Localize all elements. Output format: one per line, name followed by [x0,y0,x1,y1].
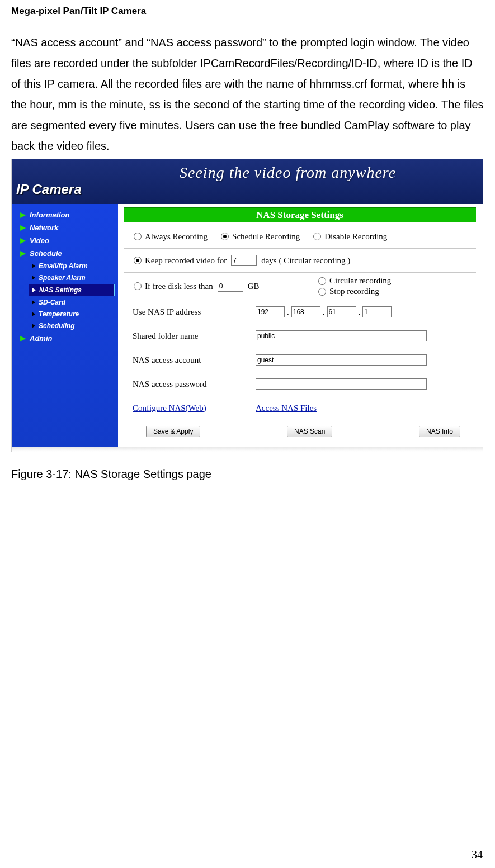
radio-always-recording[interactable]: Always Recording [133,232,208,241]
dot-separator: . [359,307,361,317]
ip-octet-3-input[interactable] [327,306,356,317]
folder-name-input[interactable] [256,330,427,341]
arrow-right-icon [20,335,26,342]
settings-title: NAS Storage Settings [124,207,476,222]
free-disk-input[interactable] [218,281,243,292]
radio-keep-days[interactable]: Keep recorded video for [133,256,227,265]
svg-marker-2 [20,238,26,244]
sidebar-item-network[interactable]: Network [12,221,118,234]
radio-icon [318,277,326,285]
arrow-right-icon [20,212,26,219]
sidebar-sub-speaker-alarm[interactable]: Speaker Alarm [29,272,115,283]
sidebar: Information Network Video Schedule Email… [12,204,118,447]
arrow-right-icon [20,225,26,231]
body-paragraph: “NAS access account” and “NAS access pas… [11,32,484,156]
label-password: NAS access password [133,380,256,389]
radio-icon [134,233,142,240]
sidebar-sub-scheduling[interactable]: Scheduling [29,320,115,331]
svg-marker-0 [20,212,26,218]
caret-right-icon [32,276,35,280]
row-access-password: NAS access password [124,372,476,396]
page-number: 34 [472,848,483,861]
save-apply-button[interactable]: Save & Apply [146,426,200,437]
freedisk-pre: If free disk less than [145,282,213,291]
sidebar-item-label: Network [30,224,58,232]
ip-octet-4-input[interactable] [362,306,392,317]
svg-marker-3 [20,251,26,257]
sidebar-item-information[interactable]: Information [12,208,118,221]
nas-scan-button[interactable]: NAS Scan [287,426,332,437]
label-nas-ip: Use NAS IP address [133,307,256,317]
account-input[interactable] [256,354,427,366]
banner-tagline: Seeing the video from anywhere [180,164,396,182]
label-folder: Shared folder name [133,331,256,341]
radio-label: Stop recording [329,287,379,296]
sidebar-sub-sd-card[interactable]: SD-Card [29,297,115,308]
row-links: Configure NAS(Web) Access NAS Files [124,396,476,420]
radio-label: Always Recording [145,232,208,241]
sidebar-sub-nas-settings[interactable]: NAS Settings [29,284,115,296]
ip-octet-1-input[interactable] [256,306,285,317]
row-free-disk: If free disk less than GB Circular recor… [124,273,476,300]
sidebar-item-video[interactable]: Video [12,234,118,247]
caret-right-icon [32,288,36,292]
radio-icon [134,257,142,264]
radio-free-disk[interactable]: If free disk less than [133,282,213,291]
banner: IP Camera Seeing the video from anywhere [12,159,483,204]
dot-separator: . [287,307,289,317]
row-access-account: NAS access account [124,348,476,372]
radio-circular-recording[interactable]: Circular recording [317,276,459,286]
caret-right-icon [32,324,35,328]
sidebar-item-label: Information [30,211,70,219]
radio-icon [221,233,229,240]
sidebar-sub-label: Temperature [39,310,79,318]
keep-post: days ( Circular recording ) [261,256,350,265]
link-access-nas-files[interactable]: Access NAS Files [256,404,317,413]
caret-right-icon [32,300,35,305]
sidebar-item-label: Video [30,236,49,245]
caret-right-icon [32,264,35,268]
sidebar-item-label: Admin [30,334,52,343]
caret-right-icon [32,312,35,316]
radio-label: Circular recording [329,276,391,286]
radio-stop-recording[interactable]: Stop recording [317,287,459,296]
password-input[interactable] [256,378,427,390]
sidebar-item-schedule[interactable]: Schedule [12,247,118,260]
nas-info-button[interactable]: NAS Info [419,426,460,437]
sidebar-sub-label: NAS Settings [39,286,82,294]
keep-pre: Keep recorded video for [145,256,227,265]
banner-logo: IP Camera [16,182,82,197]
freedisk-post: GB [248,282,260,291]
svg-marker-1 [20,225,26,231]
panel-shadow [12,447,483,452]
keep-days-input[interactable] [231,255,257,266]
radio-label: Disable Recording [324,232,387,241]
figure-caption: Figure 3-17: NAS Storage Settings page [11,468,484,481]
screenshot-panel: IP Camera Seeing the video from anywhere… [11,159,483,452]
sidebar-sub-temperature[interactable]: Temperature [29,309,115,320]
radio-disable-recording[interactable]: Disable Recording [312,232,387,241]
sidebar-item-admin[interactable]: Admin [12,332,118,345]
button-row: Save & Apply NAS Scan NAS Info [118,420,476,440]
radio-icon [134,282,142,290]
radio-icon [313,233,321,240]
label-account: NAS access account [133,355,256,365]
row-nas-ip: Use NAS IP address . . . [124,300,476,324]
svg-marker-4 [20,336,26,341]
arrow-right-icon [20,250,26,257]
settings-content: NAS Storage Settings Always Recording Sc… [118,204,483,447]
dot-separator: . [323,307,325,317]
sidebar-sub-label: SD-Card [39,298,65,306]
sidebar-item-label: Schedule [30,249,62,258]
sidebar-sub-label: Email/ftp Alarm [39,262,88,270]
row-recording-mode: Always Recording Schedule Recording Disa… [124,225,476,249]
radio-schedule-recording[interactable]: Schedule Recording [220,232,300,241]
doc-header: Mega-pixel Pan/Tilt IP Camera [11,6,484,17]
row-keep-days: Keep recorded video for days ( Circular … [124,249,476,273]
sidebar-sub-label: Speaker Alarm [39,274,86,282]
arrow-right-icon [20,238,26,244]
ip-octet-2-input[interactable] [291,306,320,317]
row-folder-name: Shared folder name [124,324,476,348]
sidebar-sub-email-ftp-alarm[interactable]: Email/ftp Alarm [29,260,115,272]
link-configure-nas[interactable]: Configure NAS(Web) [133,404,206,412]
